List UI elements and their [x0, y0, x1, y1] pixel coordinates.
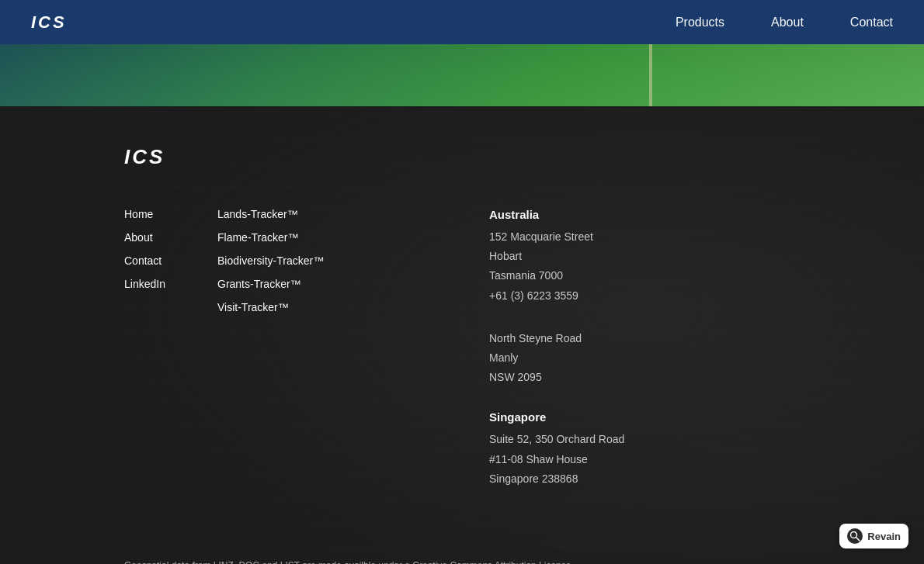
hero-image	[0, 44, 924, 106]
revain-icon	[847, 528, 863, 544]
australia-details: 152 Macquarie Street Hobart Tasmania 700…	[489, 227, 800, 306]
footer-flame-tracker-link[interactable]: Flame-Tracker™	[217, 231, 388, 244]
geo-period: .	[571, 560, 573, 564]
footer-main: Home About Contact LinkedIn Lands-Tracke…	[124, 208, 800, 512]
australia-line8: NSW 2095	[489, 371, 542, 383]
footer-logo[interactable]: ICS	[124, 145, 800, 169]
singapore-line3: Singapore 238868	[489, 472, 578, 485]
geo-and: and	[259, 560, 280, 564]
singapore-address: Singapore Suite 52, 350 Orchard Road #11…	[489, 410, 800, 489]
doc-link[interactable]: DOC	[238, 560, 259, 564]
nav-logo[interactable]: ICS	[31, 12, 67, 33]
revain-label: Revain	[867, 531, 901, 542]
linz-link[interactable]: LINZ	[214, 560, 234, 564]
nav-contact[interactable]: Contact	[850, 16, 893, 29]
australia-address: Australia 152 Macquarie Street Hobart Ta…	[489, 208, 800, 306]
footer-biodiversity-tracker-link[interactable]: Biodiversity-Tracker™	[217, 254, 388, 267]
singapore-line2: #11-08 Shaw House	[489, 453, 588, 465]
singapore-details: Suite 52, 350 Orchard Road #11-08 Shaw H…	[489, 430, 800, 489]
navigation: ICS Products About Contact	[0, 0, 924, 44]
singapore-line1: Suite 52, 350 Orchard Road	[489, 433, 624, 445]
nav-products[interactable]: Products	[676, 16, 724, 29]
footer-linkedin-link[interactable]: LinkedIn	[124, 278, 217, 290]
nav-about[interactable]: About	[771, 16, 804, 29]
footer-content: ICS Home About Contact LinkedIn Lands-Tr…	[0, 145, 924, 512]
australia-line2: Hobart	[489, 250, 522, 262]
australia-address-2: North Steyne Road Manly NSW 2095	[489, 329, 800, 388]
footer-contact-link[interactable]: Contact	[124, 254, 217, 267]
licence-link[interactable]: Creative Commons Attribution Licence	[412, 560, 571, 564]
australia-region-label: Australia	[489, 208, 800, 221]
singapore-region-label: Singapore	[489, 410, 800, 424]
australia-phone: +61 (3) 6223 3559	[489, 289, 578, 302]
footer-visit-tracker-link[interactable]: Visit-Tracker™	[217, 301, 388, 313]
australia-line6: North Steyne Road	[489, 332, 582, 344]
geo-text: Geospatial data from LINZ, DOC and LIST …	[124, 559, 800, 564]
australia-line7: Manly	[489, 351, 518, 364]
footer-grants-tracker-link[interactable]: Grants-Tracker™	[217, 278, 388, 290]
australia-details-2: North Steyne Road Manly NSW 2095	[489, 329, 800, 388]
footer: ICS Home About Contact LinkedIn Lands-Tr…	[0, 106, 924, 564]
australia-line3: Tasmania 7000	[489, 269, 563, 282]
list-link[interactable]: LIST	[280, 560, 300, 564]
footer-about-link[interactable]: About	[124, 231, 217, 244]
footer-products-column: Lands-Tracker™ Flame-Tracker™ Biodiversi…	[217, 208, 388, 512]
footer-lands-tracker-link[interactable]: Lands-Tracker™	[217, 208, 388, 220]
australia-line1: 152 Macquarie Street	[489, 230, 593, 243]
nav-links: Products About Contact	[676, 16, 893, 29]
revain-badge[interactable]: Revain	[839, 524, 908, 548]
geo-after: are made availble under a	[300, 560, 412, 564]
geo-before: Geospatial data from	[124, 560, 214, 564]
footer-home-link[interactable]: Home	[124, 208, 217, 220]
footer-nav-column: Home About Contact LinkedIn	[124, 208, 217, 512]
footer-bottom: Geospatial data from LINZ, DOC and LIST …	[0, 559, 924, 564]
footer-address-column: Australia 152 Macquarie Street Hobart Ta…	[489, 208, 800, 512]
svg-line-1	[856, 538, 860, 542]
